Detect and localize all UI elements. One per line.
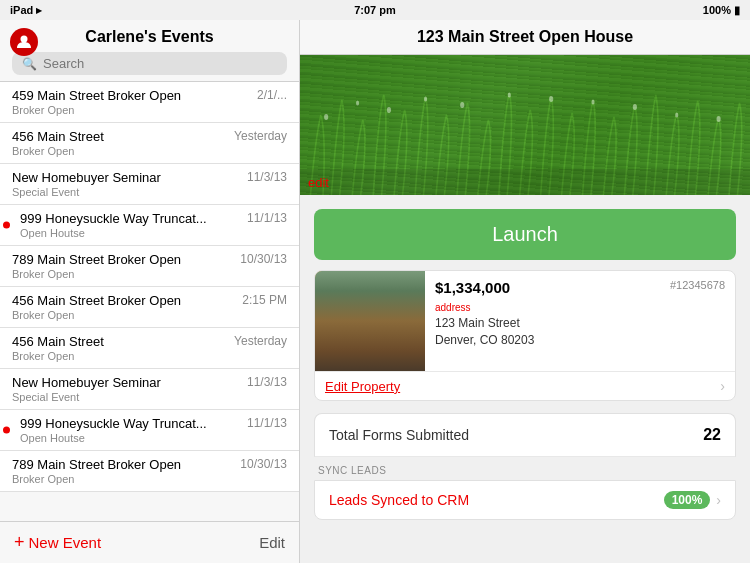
status-bar: iPad ▸ 7:07 pm 100% ▮ [0,0,750,20]
event-item-row: 456 Main Street Yesterday [12,129,287,144]
event-subtitle: Broker Open [12,104,287,116]
ipad-label: iPad ▸ [10,4,42,17]
event-date: Yesterday [234,129,287,143]
svg-point-7 [508,93,511,98]
svg-point-8 [549,96,553,102]
stats-label: Total Forms Submitted [329,427,469,443]
search-icon: 🔍 [22,57,37,71]
event-date: 11/1/13 [247,416,287,430]
event-item-row: 789 Main Street Broker Open 10/30/13 [12,252,287,267]
stats-row: Total Forms Submitted 22 [314,413,736,457]
list-item[interactable]: 999 Honeysuckle Way Truncat... 11/1/13 O… [0,410,299,451]
event-dot-icon [3,222,10,229]
svg-point-12 [717,116,721,122]
sync-right: 100% › [664,491,721,509]
search-input[interactable] [43,56,277,71]
list-item[interactable]: 456 Main Street Broker Open 2:15 PM Brok… [0,287,299,328]
event-date: 10/30/13 [240,457,287,471]
left-panel-title: Carlene's Events [12,28,287,46]
address-label: address [435,302,725,313]
event-subtitle: Open Houtse [12,227,287,239]
event-item-row: 999 Honeysuckle Way Truncat... 11/1/13 [12,416,287,431]
hero-overlay: edit [300,169,750,195]
hero-edit-link[interactable]: edit [308,175,329,190]
event-date: 11/3/13 [247,375,287,389]
edit-button[interactable]: Edit [259,534,285,551]
event-subtitle: Broker Open [12,350,287,362]
property-card-inner: $1,334,000 #12345678 address 123 Main St… [315,271,735,371]
left-footer: + New Event Edit [0,521,299,563]
launch-section: Launch [300,195,750,270]
event-subtitle: Broker Open [12,473,287,485]
event-title: 456 Main Street [12,129,234,144]
event-date: 11/1/13 [247,211,287,225]
sync-row[interactable]: Leads Synced to CRM 100% › [314,480,736,520]
svg-point-9 [591,100,594,105]
svg-point-3 [356,101,359,106]
event-item-row: 456 Main Street Yesterday [12,334,287,349]
right-panel: 123 Main Street Open House [300,20,750,563]
event-subtitle: Broker Open [12,309,287,321]
event-item-row: 456 Main Street Broker Open 2:15 PM [12,293,287,308]
property-info: $1,334,000 #12345678 address 123 Main St… [425,271,735,371]
svg-point-0 [21,36,28,43]
new-event-button[interactable]: + New Event [14,532,101,553]
list-item[interactable]: 459 Main Street Broker Open 2/1/... Brok… [0,82,299,123]
list-item[interactable]: 456 Main Street Yesterday Broker Open [0,328,299,369]
sync-chevron-icon: › [716,492,721,508]
event-date: 11/3/13 [247,170,287,184]
event-title: 459 Main Street Broker Open [12,88,257,103]
event-subtitle: Special Event [12,186,287,198]
property-id: #12345678 [670,279,725,291]
list-item[interactable]: New Homebuyer Seminar 11/3/13 Special Ev… [0,369,299,410]
property-thumbnail [315,271,425,371]
sync-section: SYNC LEADS Leads Synced to CRM 100% › [314,457,736,520]
event-title: 456 Main Street [12,334,234,349]
event-item-row: New Homebuyer Seminar 11/3/13 [12,375,287,390]
event-item-row: New Homebuyer Seminar 11/3/13 [12,170,287,185]
list-item[interactable]: 999 Honeysuckle Way Truncat... 11/1/13 O… [0,205,299,246]
event-date: Yesterday [234,334,287,348]
event-subtitle: Open Houtse [12,432,287,444]
main-container: Carlene's Events 🔍 459 Main Street Broke… [0,20,750,563]
event-date: 2:15 PM [242,293,287,307]
event-title: 456 Main Street Broker Open [12,293,242,308]
property-thumb-image [315,271,425,371]
event-item-row: 999 Honeysuckle Way Truncat... 11/1/13 [12,211,287,226]
property-address: 123 Main StreetDenver, CO 80203 [435,315,725,349]
event-item-row: 459 Main Street Broker Open 2/1/... [12,88,287,103]
left-panel: Carlene's Events 🔍 459 Main Street Broke… [0,20,300,563]
launch-button[interactable]: Launch [314,209,736,260]
status-bar-right: 100% ▮ [703,4,740,17]
svg-point-2 [324,114,328,120]
event-date: 10/30/13 [240,252,287,266]
search-bar[interactable]: 🔍 [12,52,287,75]
hero-image: edit [300,55,750,195]
event-subtitle: Broker Open [12,268,287,280]
list-item[interactable]: 789 Main Street Broker Open 10/30/13 Bro… [0,451,299,492]
battery-label: 100% ▮ [703,4,740,17]
event-title: 999 Honeysuckle Way Truncat... [20,211,247,226]
stats-value: 22 [703,426,721,444]
svg-point-11 [675,113,678,118]
svg-point-6 [460,102,464,108]
property-edit-row: Edit Property › [315,371,735,400]
sync-label: Leads Synced to CRM [329,492,469,508]
status-bar-time: 7:07 pm [354,4,396,16]
event-title: 789 Main Street Broker Open [12,457,240,472]
event-dot-icon [3,427,10,434]
property-price: $1,334,000 [435,279,510,296]
event-list: 459 Main Street Broker Open 2/1/... Brok… [0,82,299,521]
list-item[interactable]: 456 Main Street Yesterday Broker Open [0,123,299,164]
right-panel-title: 123 Main Street Open House [300,20,750,55]
chevron-right-icon: › [720,378,725,394]
list-item[interactable]: New Homebuyer Seminar 11/3/13 Special Ev… [0,164,299,205]
svg-point-4 [387,107,391,113]
svg-point-5 [424,97,427,102]
event-title: New Homebuyer Seminar [12,375,247,390]
event-subtitle: Special Event [12,391,287,403]
edit-property-link[interactable]: Edit Property [325,379,400,394]
event-title: New Homebuyer Seminar [12,170,247,185]
list-item[interactable]: 789 Main Street Broker Open 10/30/13 Bro… [0,246,299,287]
event-item-row: 789 Main Street Broker Open 10/30/13 [12,457,287,472]
